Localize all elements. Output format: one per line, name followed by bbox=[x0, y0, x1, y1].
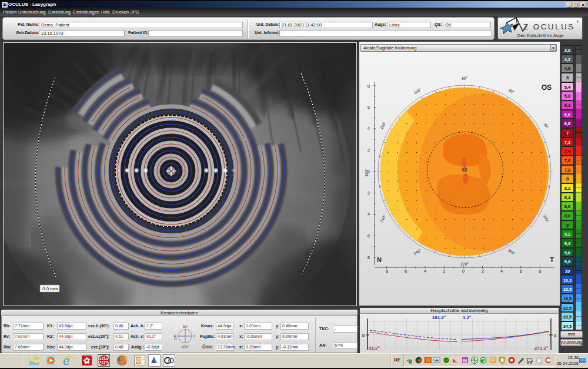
svg-text:N: N bbox=[463, 358, 467, 364]
svg-text:OS: OS bbox=[542, 83, 552, 92]
svg-text:O: O bbox=[492, 358, 495, 363]
svg-text:8: 8 bbox=[368, 255, 370, 260]
svg-text:0: 0 bbox=[193, 334, 195, 338]
svg-text:O: O bbox=[136, 357, 141, 364]
svg-text:4: 4 bbox=[368, 126, 370, 131]
svg-text:0.0 mm: 0.0 mm bbox=[42, 286, 58, 291]
svg-text:270°: 270° bbox=[460, 262, 469, 266]
svg-text:4: 4 bbox=[368, 212, 370, 217]
svg-text:270°: 270° bbox=[182, 345, 188, 348]
svg-text:8: 8 bbox=[368, 83, 370, 89]
svg-text:4: 4 bbox=[424, 269, 426, 274]
svg-text:8: 8 bbox=[362, 333, 365, 338]
svg-text:1.2°: 1.2° bbox=[463, 315, 471, 320]
svg-text:2: 2 bbox=[482, 269, 484, 274]
svg-text:Den Fortschritt im Auge: Den Fortschritt im Auge bbox=[517, 33, 563, 38]
svg-text:2: 2 bbox=[443, 269, 445, 274]
svg-text:0: 0 bbox=[462, 269, 465, 274]
svg-text:181.2°: 181.2° bbox=[432, 315, 446, 320]
svg-text:180°: 180° bbox=[365, 169, 369, 177]
svg-text:6: 6 bbox=[520, 269, 522, 274]
svg-text:6: 6 bbox=[368, 233, 370, 239]
svg-text:91.2°: 91.2° bbox=[369, 345, 380, 351]
svg-text:8: 8 bbox=[386, 269, 388, 274]
svg-text:8: 8 bbox=[554, 333, 556, 338]
svg-text:2: 2 bbox=[368, 147, 370, 153]
svg-text:2: 2 bbox=[368, 190, 370, 196]
svg-text:4: 4 bbox=[500, 269, 503, 274]
svg-text:8: 8 bbox=[539, 269, 541, 274]
svg-text:Z OCULUS: Z OCULUS bbox=[523, 22, 574, 31]
svg-text:®: ® bbox=[577, 20, 579, 24]
svg-text:90°: 90° bbox=[183, 325, 188, 328]
svg-text:271.2°: 271.2° bbox=[534, 345, 548, 351]
svg-text:180°: 180° bbox=[174, 334, 177, 340]
svg-text:N: N bbox=[377, 256, 382, 263]
svg-text:T: T bbox=[550, 256, 554, 263]
svg-text:6: 6 bbox=[405, 269, 407, 274]
svg-text:90°: 90° bbox=[462, 76, 467, 80]
svg-text:6: 6 bbox=[368, 105, 370, 110]
